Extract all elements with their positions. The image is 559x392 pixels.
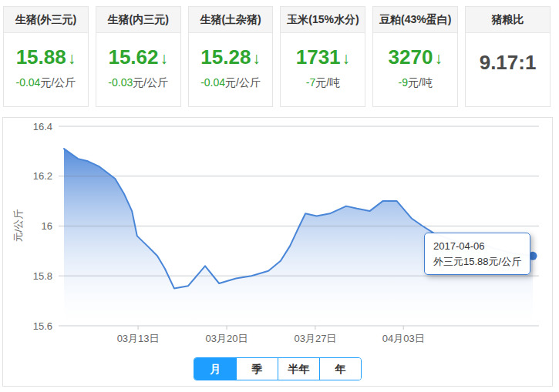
tab-year[interactable]: 年 [319, 358, 361, 380]
svg-text:16: 16 [42, 220, 52, 232]
card-value: 15.62↓ [96, 46, 180, 69]
card-soybean-meal: 豆粕(43%蛋白) 3270↓ -9元/吨 [372, 6, 458, 107]
tooltip-value: 外三元15.88元/公斤 [433, 254, 521, 270]
change-value: -9 [399, 76, 408, 89]
change-value: -7 [306, 76, 315, 89]
change-unit: 元/公斤 [133, 76, 168, 89]
change-unit: 元/吨 [408, 76, 433, 89]
card-value: 9.17:1 [466, 52, 550, 73]
card-title: 玉米(15%水分) [281, 7, 365, 33]
change-unit: 元/公斤 [40, 76, 76, 89]
price-value: 15.62 [108, 45, 158, 69]
card-title: 生猪(内三元) [96, 7, 180, 33]
change-value: -0.04 [16, 76, 41, 89]
down-arrow-icon: ↓ [342, 49, 351, 67]
card-value: 15.28↓ [189, 46, 273, 69]
card-change: -0.04元/公斤 [189, 76, 273, 90]
chart-tooltip: 2017-04-06 外三元15.88元/公斤 [424, 233, 530, 275]
card-pig-inner-three: 生猪(内三元) 15.62↓ -0.03元/公斤 [96, 6, 181, 107]
card-title: 生猪(土杂猪) [189, 7, 273, 33]
tab-quarter[interactable]: 季 [236, 358, 278, 380]
change-value: -0.04 [200, 76, 225, 89]
card-change: -9元/吨 [373, 76, 457, 90]
tab-month[interactable]: 月 [194, 358, 236, 380]
pig-price-dashboard: { "colors": { "down_green": "#2EA52E", "… [0, 0, 559, 392]
card-change: -0.03元/公斤 [96, 76, 180, 90]
card-title: 猪粮比 [466, 7, 550, 33]
svg-text:03月20日: 03月20日 [206, 333, 248, 344]
svg-text:15.8: 15.8 [33, 270, 52, 282]
svg-text:16.2: 16.2 [33, 170, 52, 182]
card-value: 3270↓ [373, 46, 457, 69]
price-value: 1731 [296, 45, 341, 69]
price-value: 15.28 [200, 45, 251, 69]
period-tabs: 月 季 半年 年 [194, 357, 362, 380]
change-value: -0.03 [108, 76, 133, 89]
svg-text:元/公斤: 元/公斤 [12, 209, 24, 243]
change-unit: 元/吨 [315, 76, 340, 89]
down-arrow-icon: ↓ [68, 49, 76, 67]
svg-text:15.6: 15.6 [33, 320, 52, 332]
price-value: 15.88 [16, 45, 66, 69]
card-title: 生猪(外三元) [4, 7, 88, 33]
svg-text:03月27日: 03月27日 [294, 333, 336, 344]
card-corn: 玉米(15%水分) 1731↓ -7元/吨 [280, 6, 365, 107]
summary-cards-row: 生猪(外三元) 15.88↓ -0.04元/公斤 生猪(内三元) 15.62↓ … [3, 6, 551, 107]
change-unit: 元/公斤 [225, 76, 261, 89]
card-change: -0.04元/公斤 [4, 76, 88, 90]
card-title: 豆粕(43%蛋白) [373, 7, 457, 33]
price-trend-chart-panel: 15.615.81616.216.4元/公斤03月13日03月20日03月27日… [2, 117, 553, 387]
card-change: -7元/吨 [281, 76, 365, 90]
card-value: 1731↓ [281, 46, 365, 69]
tooltip-date: 2017-04-06 [433, 239, 521, 254]
svg-text:16.4: 16.4 [33, 121, 52, 132]
down-arrow-icon: ↓ [434, 49, 443, 67]
svg-text:04月03日: 04月03日 [382, 333, 425, 344]
card-value: 15.88↓ [4, 46, 88, 69]
tab-half-year[interactable]: 半年 [278, 358, 319, 380]
ratio-value: 9.17:1 [480, 51, 537, 74]
card-pig-grain-ratio: 猪粮比 9.17:1 [465, 6, 551, 107]
card-pig-hybrid: 生猪(土杂猪) 15.28↓ -0.04元/公斤 [188, 6, 274, 107]
down-arrow-icon: ↓ [160, 49, 169, 67]
price-value: 3270 [389, 45, 433, 69]
card-pig-outer-three: 生猪(外三元) 15.88↓ -0.04元/公斤 [3, 6, 89, 107]
svg-text:03月13日: 03月13日 [117, 333, 160, 344]
down-arrow-icon: ↓ [252, 49, 261, 67]
